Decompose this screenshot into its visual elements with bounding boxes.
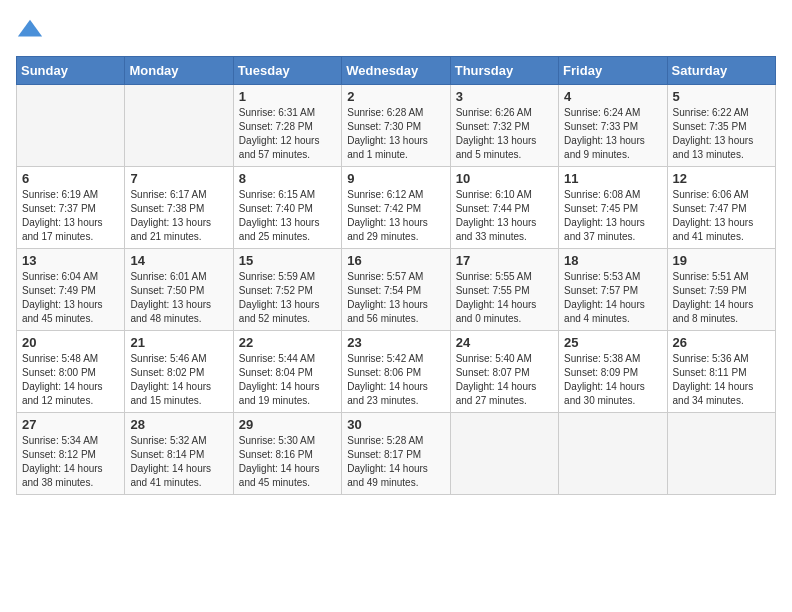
- calendar-week-row: 1Sunrise: 6:31 AM Sunset: 7:28 PM Daylig…: [17, 85, 776, 167]
- day-number: 29: [239, 417, 336, 432]
- day-info: Sunrise: 5:30 AM Sunset: 8:16 PM Dayligh…: [239, 434, 336, 490]
- day-number: 25: [564, 335, 661, 350]
- calendar-cell: 21Sunrise: 5:46 AM Sunset: 8:02 PM Dayli…: [125, 331, 233, 413]
- day-info: Sunrise: 6:01 AM Sunset: 7:50 PM Dayligh…: [130, 270, 227, 326]
- day-number: 5: [673, 89, 770, 104]
- calendar-cell: 20Sunrise: 5:48 AM Sunset: 8:00 PM Dayli…: [17, 331, 125, 413]
- day-number: 18: [564, 253, 661, 268]
- day-info: Sunrise: 5:53 AM Sunset: 7:57 PM Dayligh…: [564, 270, 661, 326]
- day-info: Sunrise: 6:10 AM Sunset: 7:44 PM Dayligh…: [456, 188, 553, 244]
- calendar-cell: 8Sunrise: 6:15 AM Sunset: 7:40 PM Daylig…: [233, 167, 341, 249]
- calendar-week-row: 20Sunrise: 5:48 AM Sunset: 8:00 PM Dayli…: [17, 331, 776, 413]
- day-header-sunday: Sunday: [17, 57, 125, 85]
- calendar-cell: 9Sunrise: 6:12 AM Sunset: 7:42 PM Daylig…: [342, 167, 450, 249]
- day-info: Sunrise: 6:06 AM Sunset: 7:47 PM Dayligh…: [673, 188, 770, 244]
- day-info: Sunrise: 6:24 AM Sunset: 7:33 PM Dayligh…: [564, 106, 661, 162]
- day-number: 28: [130, 417, 227, 432]
- calendar-cell: 2Sunrise: 6:28 AM Sunset: 7:30 PM Daylig…: [342, 85, 450, 167]
- day-info: Sunrise: 6:19 AM Sunset: 7:37 PM Dayligh…: [22, 188, 119, 244]
- calendar-cell: [559, 413, 667, 495]
- day-info: Sunrise: 6:28 AM Sunset: 7:30 PM Dayligh…: [347, 106, 444, 162]
- day-header-wednesday: Wednesday: [342, 57, 450, 85]
- day-number: 19: [673, 253, 770, 268]
- calendar-cell: 19Sunrise: 5:51 AM Sunset: 7:59 PM Dayli…: [667, 249, 775, 331]
- day-number: 7: [130, 171, 227, 186]
- day-info: Sunrise: 5:55 AM Sunset: 7:55 PM Dayligh…: [456, 270, 553, 326]
- calendar-cell: [125, 85, 233, 167]
- day-info: Sunrise: 6:12 AM Sunset: 7:42 PM Dayligh…: [347, 188, 444, 244]
- calendar-cell: [17, 85, 125, 167]
- day-number: 23: [347, 335, 444, 350]
- day-info: Sunrise: 6:08 AM Sunset: 7:45 PM Dayligh…: [564, 188, 661, 244]
- calendar-cell: 6Sunrise: 6:19 AM Sunset: 7:37 PM Daylig…: [17, 167, 125, 249]
- day-info: Sunrise: 6:22 AM Sunset: 7:35 PM Dayligh…: [673, 106, 770, 162]
- day-number: 6: [22, 171, 119, 186]
- logo: [16, 16, 48, 44]
- calendar-cell: 25Sunrise: 5:38 AM Sunset: 8:09 PM Dayli…: [559, 331, 667, 413]
- day-info: Sunrise: 5:57 AM Sunset: 7:54 PM Dayligh…: [347, 270, 444, 326]
- day-header-saturday: Saturday: [667, 57, 775, 85]
- calendar-cell: 15Sunrise: 5:59 AM Sunset: 7:52 PM Dayli…: [233, 249, 341, 331]
- day-number: 20: [22, 335, 119, 350]
- day-header-thursday: Thursday: [450, 57, 558, 85]
- day-number: 8: [239, 171, 336, 186]
- day-number: 21: [130, 335, 227, 350]
- day-number: 2: [347, 89, 444, 104]
- logo-icon: [16, 16, 44, 44]
- page-header: [16, 16, 776, 44]
- day-header-tuesday: Tuesday: [233, 57, 341, 85]
- day-info: Sunrise: 5:44 AM Sunset: 8:04 PM Dayligh…: [239, 352, 336, 408]
- day-number: 14: [130, 253, 227, 268]
- day-number: 1: [239, 89, 336, 104]
- day-info: Sunrise: 5:36 AM Sunset: 8:11 PM Dayligh…: [673, 352, 770, 408]
- day-number: 17: [456, 253, 553, 268]
- calendar-cell: 24Sunrise: 5:40 AM Sunset: 8:07 PM Dayli…: [450, 331, 558, 413]
- day-number: 30: [347, 417, 444, 432]
- day-number: 3: [456, 89, 553, 104]
- calendar-cell: 5Sunrise: 6:22 AM Sunset: 7:35 PM Daylig…: [667, 85, 775, 167]
- day-info: Sunrise: 5:34 AM Sunset: 8:12 PM Dayligh…: [22, 434, 119, 490]
- day-info: Sunrise: 5:59 AM Sunset: 7:52 PM Dayligh…: [239, 270, 336, 326]
- calendar-cell: 22Sunrise: 5:44 AM Sunset: 8:04 PM Dayli…: [233, 331, 341, 413]
- day-number: 9: [347, 171, 444, 186]
- calendar-cell: 16Sunrise: 5:57 AM Sunset: 7:54 PM Dayli…: [342, 249, 450, 331]
- calendar-cell: 3Sunrise: 6:26 AM Sunset: 7:32 PM Daylig…: [450, 85, 558, 167]
- day-info: Sunrise: 5:40 AM Sunset: 8:07 PM Dayligh…: [456, 352, 553, 408]
- calendar-cell: 23Sunrise: 5:42 AM Sunset: 8:06 PM Dayli…: [342, 331, 450, 413]
- calendar-cell: [450, 413, 558, 495]
- day-number: 24: [456, 335, 553, 350]
- calendar-cell: 28Sunrise: 5:32 AM Sunset: 8:14 PM Dayli…: [125, 413, 233, 495]
- day-number: 10: [456, 171, 553, 186]
- day-info: Sunrise: 5:51 AM Sunset: 7:59 PM Dayligh…: [673, 270, 770, 326]
- day-number: 15: [239, 253, 336, 268]
- day-info: Sunrise: 6:04 AM Sunset: 7:49 PM Dayligh…: [22, 270, 119, 326]
- calendar-cell: 13Sunrise: 6:04 AM Sunset: 7:49 PM Dayli…: [17, 249, 125, 331]
- day-number: 13: [22, 253, 119, 268]
- day-number: 26: [673, 335, 770, 350]
- calendar-cell: 11Sunrise: 6:08 AM Sunset: 7:45 PM Dayli…: [559, 167, 667, 249]
- day-number: 4: [564, 89, 661, 104]
- calendar-cell: [667, 413, 775, 495]
- calendar-cell: 7Sunrise: 6:17 AM Sunset: 7:38 PM Daylig…: [125, 167, 233, 249]
- day-info: Sunrise: 6:15 AM Sunset: 7:40 PM Dayligh…: [239, 188, 336, 244]
- calendar-cell: 17Sunrise: 5:55 AM Sunset: 7:55 PM Dayli…: [450, 249, 558, 331]
- calendar-week-row: 13Sunrise: 6:04 AM Sunset: 7:49 PM Dayli…: [17, 249, 776, 331]
- day-number: 27: [22, 417, 119, 432]
- day-header-monday: Monday: [125, 57, 233, 85]
- calendar-cell: 12Sunrise: 6:06 AM Sunset: 7:47 PM Dayli…: [667, 167, 775, 249]
- day-info: Sunrise: 5:38 AM Sunset: 8:09 PM Dayligh…: [564, 352, 661, 408]
- day-info: Sunrise: 6:17 AM Sunset: 7:38 PM Dayligh…: [130, 188, 227, 244]
- calendar-table: SundayMondayTuesdayWednesdayThursdayFrid…: [16, 56, 776, 495]
- calendar-cell: 14Sunrise: 6:01 AM Sunset: 7:50 PM Dayli…: [125, 249, 233, 331]
- calendar-cell: 26Sunrise: 5:36 AM Sunset: 8:11 PM Dayli…: [667, 331, 775, 413]
- calendar-cell: 1Sunrise: 6:31 AM Sunset: 7:28 PM Daylig…: [233, 85, 341, 167]
- calendar-cell: 4Sunrise: 6:24 AM Sunset: 7:33 PM Daylig…: [559, 85, 667, 167]
- day-number: 22: [239, 335, 336, 350]
- day-info: Sunrise: 5:48 AM Sunset: 8:00 PM Dayligh…: [22, 352, 119, 408]
- calendar-cell: 18Sunrise: 5:53 AM Sunset: 7:57 PM Dayli…: [559, 249, 667, 331]
- day-info: Sunrise: 5:46 AM Sunset: 8:02 PM Dayligh…: [130, 352, 227, 408]
- day-info: Sunrise: 6:26 AM Sunset: 7:32 PM Dayligh…: [456, 106, 553, 162]
- calendar-header-row: SundayMondayTuesdayWednesdayThursdayFrid…: [17, 57, 776, 85]
- day-info: Sunrise: 5:28 AM Sunset: 8:17 PM Dayligh…: [347, 434, 444, 490]
- day-number: 11: [564, 171, 661, 186]
